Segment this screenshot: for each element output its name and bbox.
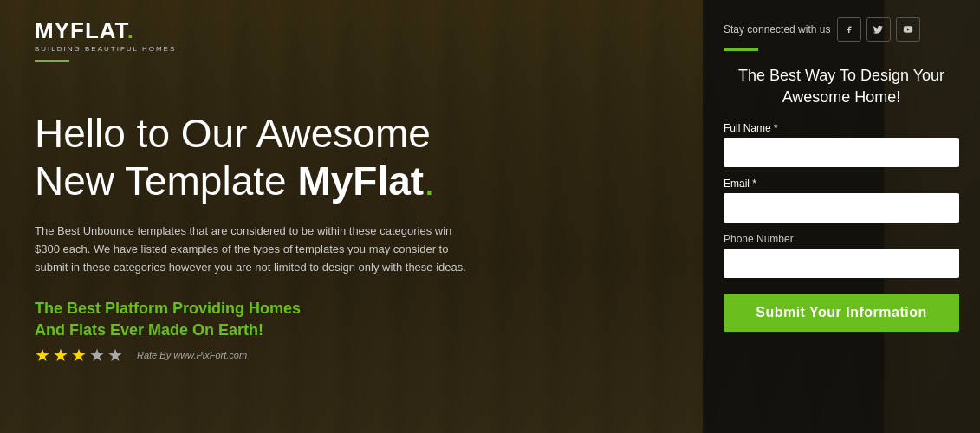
- email-required: *: [752, 178, 756, 190]
- hero-title-line2a: New Template: [35, 158, 297, 204]
- star-rating: ★ ★ ★ ★ ★: [35, 345, 123, 365]
- email-group: Email *: [724, 178, 959, 223]
- phone-label: Phone Number: [724, 233, 959, 245]
- hero-title-dot: .: [424, 158, 435, 204]
- phone-input[interactable]: [724, 249, 959, 278]
- stars-row: ★ ★ ★ ★ ★ Rate By www.PixFort.com: [35, 345, 668, 365]
- phone-group: Phone Number: [724, 233, 959, 278]
- right-panel: Stay connected with us: [703, 0, 980, 433]
- logo-area: MYFLAT. BUILDING BEAUTIFUL HOMES: [35, 17, 176, 62]
- rate-by-text: Rate By www.PixFort.com: [137, 350, 247, 360]
- right-header: Stay connected with us: [724, 17, 959, 42]
- email-label: Email *: [724, 178, 959, 190]
- twitter-icon[interactable]: [866, 17, 891, 42]
- star-3: ★: [71, 345, 87, 365]
- hero-section: Hello to Our Awesome New Template MyFlat…: [35, 110, 668, 277]
- page-header: MYFLAT. BUILDING BEAUTIFUL HOMES: [35, 17, 668, 62]
- social-section: Stay connected with us: [724, 17, 920, 42]
- tagline-line2: And Flats Ever Made On Earth!: [35, 321, 263, 339]
- star-4: ★: [89, 345, 105, 365]
- full-name-label-text: Full Name: [724, 122, 771, 134]
- social-label: Stay connected with us: [724, 23, 830, 36]
- full-name-label: Full Name *: [724, 122, 959, 134]
- submit-button[interactable]: Submit Your Information: [724, 294, 959, 332]
- left-panel: MYFLAT. BUILDING BEAUTIFUL HOMES Hello t…: [0, 0, 703, 433]
- facebook-icon[interactable]: [837, 17, 861, 42]
- full-name-group: Full Name *: [724, 122, 959, 167]
- tagline-title: The Best Platform Providing Homes And Fl…: [35, 298, 668, 341]
- email-input[interactable]: [724, 193, 959, 223]
- tagline-line1: The Best Platform Providing Homes: [35, 300, 301, 317]
- star-2: ★: [53, 345, 68, 365]
- bottom-section: The Best Platform Providing Homes And Fl…: [35, 298, 668, 365]
- contact-form: Full Name * Email * Phone Number Submit …: [724, 122, 959, 332]
- hero-description: The Best Unbounce templates that are con…: [35, 223, 468, 276]
- logo-green-bar: [35, 60, 69, 62]
- youtube-icon[interactable]: [896, 17, 920, 42]
- full-name-input[interactable]: [724, 138, 959, 167]
- logo-text: MYFLAT.: [35, 17, 176, 44]
- email-label-text: Email: [724, 178, 750, 190]
- form-heading: The Best Way To Design Your Awesome Home…: [724, 65, 959, 108]
- hero-title: Hello to Our Awesome New Template MyFlat…: [35, 110, 668, 205]
- star-1: ★: [35, 345, 50, 365]
- full-name-required: *: [774, 122, 778, 134]
- star-5: ★: [107, 345, 123, 365]
- hero-title-line1: Hello to Our Awesome: [35, 111, 431, 156]
- logo-name: MYFLAT: [35, 17, 127, 43]
- green-bar-right: [724, 48, 758, 51]
- social-icons: [837, 17, 920, 42]
- logo-subtitle: BUILDING BEAUTIFUL HOMES: [35, 45, 176, 53]
- logo-dot: .: [127, 17, 134, 43]
- hero-title-bold: MyFlat: [297, 158, 424, 204]
